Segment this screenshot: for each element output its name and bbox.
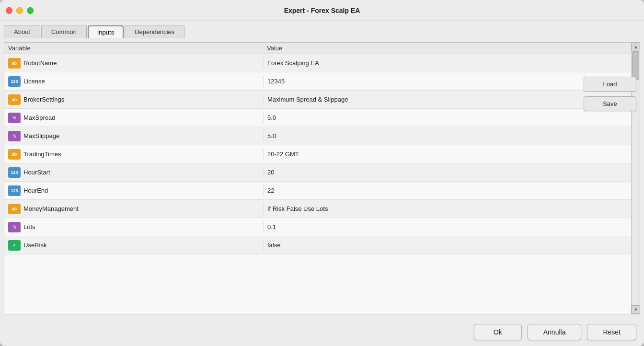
scrollbar-thumb[interactable] xyxy=(632,51,639,80)
ok-button[interactable]: Ok xyxy=(474,324,522,340)
traffic-lights xyxy=(6,7,34,14)
cell-value[interactable]: 0.1 xyxy=(263,221,631,232)
cell-variable: ½ Lots xyxy=(4,220,263,234)
cell-value[interactable]: 20 xyxy=(263,167,631,178)
cell-value[interactable]: 5.0 xyxy=(263,112,631,123)
variable-name: License xyxy=(23,78,45,85)
variable-name: HourStart xyxy=(23,169,50,176)
type-icon-123: 123 xyxy=(8,185,21,196)
cell-value[interactable]: 5.0 xyxy=(263,130,631,141)
titlebar: Expert - Forex Scalp EA xyxy=(0,0,644,21)
tab-bar: About Common Inputs Dependencies xyxy=(0,21,644,38)
cell-variable: 123 HourStart xyxy=(4,165,263,180)
table-header: Variable Value xyxy=(4,43,631,54)
type-icon-half: ½ xyxy=(8,131,21,141)
cell-variable: ½ MaxSpread xyxy=(4,111,263,125)
type-icon-123: 123 xyxy=(8,167,21,178)
variable-name: HourEnd xyxy=(23,187,48,194)
variable-name: Lots xyxy=(23,223,35,231)
table-row: ab MoneyManagement If Risk False Use Lot… xyxy=(4,200,631,218)
type-icon-ab: ab xyxy=(8,204,21,214)
cell-value[interactable]: Forex Scalping EA xyxy=(263,58,631,69)
variable-name: MoneyManagement xyxy=(23,205,79,212)
cell-variable: ab RobotName xyxy=(4,56,263,70)
table-row: ab BrokerSettings Maximum Spread & Slipp… xyxy=(4,91,631,109)
panel: Variable Value ab RobotName Forex Scalpi… xyxy=(4,42,640,314)
variable-name: MaxSlippage xyxy=(23,132,59,139)
cell-variable: ab TradingTimes xyxy=(4,147,263,161)
cell-variable: ½ MaxSlippage xyxy=(4,129,263,143)
scroll-down-button[interactable]: ▼ xyxy=(632,305,640,314)
cell-value[interactable]: 12345 xyxy=(263,76,631,87)
bottom-bar: Ok Annulla Reset xyxy=(0,318,644,346)
type-icon-ab: ab xyxy=(8,149,21,160)
reset-button[interactable]: Reset xyxy=(587,324,636,340)
table-row: ab TradingTimes 20-22 GMT xyxy=(4,145,631,163)
table-row: ½ MaxSlippage 5.0 xyxy=(4,127,631,145)
minimize-button[interactable] xyxy=(16,7,23,14)
type-icon-bool: ✓ xyxy=(8,240,21,251)
table-row: ½ Lots 0.1 xyxy=(4,218,631,236)
tab-common[interactable]: Common xyxy=(41,25,87,38)
table-row: ab RobotName Forex Scalping EA xyxy=(4,54,631,72)
variable-name: BrokerSettings xyxy=(23,96,64,103)
window-title: Expert - Forex Scalp EA xyxy=(284,7,360,14)
table-row: ½ MaxSpread 5.0 xyxy=(4,109,631,127)
cell-value[interactable]: false xyxy=(263,240,631,251)
cell-value[interactable]: If Risk False Use Lots xyxy=(263,203,631,214)
cell-value[interactable]: 22 xyxy=(263,185,631,196)
annulla-button[interactable]: Annulla xyxy=(528,324,582,340)
tab-dependencies[interactable]: Dependencies xyxy=(125,25,184,38)
table-area: Variable Value ab RobotName Forex Scalpi… xyxy=(4,43,631,314)
cell-variable: ab BrokerSettings xyxy=(4,92,263,107)
tab-inputs[interactable]: Inputs xyxy=(88,25,124,38)
type-icon-half: ½ xyxy=(8,222,21,232)
table-row: 123 License 12345 xyxy=(4,72,631,91)
cell-variable: 123 HourEnd xyxy=(4,184,263,198)
content-area: Variable Value ab RobotName Forex Scalpi… xyxy=(0,38,644,318)
cell-variable: ✓ UseRisk xyxy=(4,238,263,253)
type-icon-ab: ab xyxy=(8,58,21,69)
type-icon-half: ½ xyxy=(8,113,21,123)
cell-variable: ab MoneyManagement xyxy=(4,202,263,216)
variable-name: RobotName xyxy=(23,59,57,67)
column-value-header: Value xyxy=(267,45,627,52)
cell-value[interactable]: Maximum Spread & Slippage xyxy=(263,94,631,105)
main-window: Expert - Forex Scalp EA About Common Inp… xyxy=(0,0,644,346)
type-icon-123: 123 xyxy=(8,76,21,87)
cell-variable: 123 License xyxy=(4,74,263,89)
close-button[interactable] xyxy=(6,7,12,14)
side-buttons-area: Load Save xyxy=(584,77,636,111)
type-icon-ab: ab xyxy=(8,94,21,105)
save-button[interactable]: Save xyxy=(584,96,636,111)
scroll-up-button[interactable]: ▲ xyxy=(632,43,640,51)
cell-value[interactable]: 20-22 GMT xyxy=(263,149,631,160)
table-row: 123 HourStart 20 xyxy=(4,163,631,182)
table-row: 123 HourEnd 22 xyxy=(4,182,631,200)
tab-about[interactable]: About xyxy=(4,25,40,38)
maximize-button[interactable] xyxy=(27,7,34,14)
variable-name: TradingTimes xyxy=(23,150,61,158)
variable-name: MaxSpread xyxy=(23,114,55,121)
column-variable-header: Variable xyxy=(8,45,267,52)
table-row: ✓ UseRisk false xyxy=(4,236,631,254)
table-body: ab RobotName Forex Scalping EA 123 Licen… xyxy=(4,54,631,314)
variable-name: UseRisk xyxy=(23,242,46,249)
load-button[interactable]: Load xyxy=(584,77,636,92)
